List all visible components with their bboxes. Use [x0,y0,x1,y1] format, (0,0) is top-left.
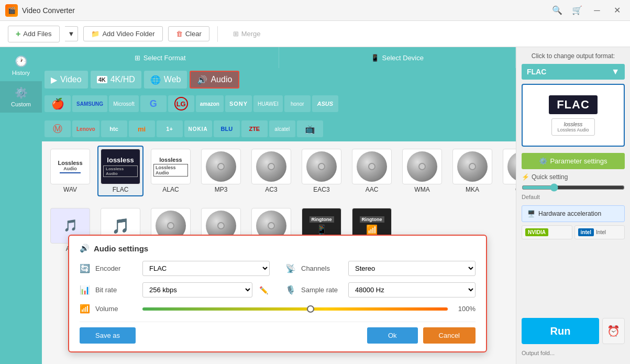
lossless-audio-label: Lossless Audio [557,127,589,133]
volume-row: 📶 Volume 100% [80,304,476,314]
clear-button[interactable]: 🗑 Clear [168,26,209,41]
format-wav[interactable]: Lossless Audio WAV [47,146,93,196]
bitrate-row: 📊 Bit rate 256 kbps ✏️ [80,282,270,297]
brand-oneplus[interactable]: 1+ [157,120,183,137]
brand-bar-1: 🍎 SAMSUNG Microsoft G LG amazon SONY HUA… [42,91,516,116]
channels-icon: 📡 [285,263,296,273]
alarm-button[interactable]: ⏰ [602,318,625,344]
close-button[interactable]: ✕ [609,5,625,16]
brand-asus[interactable]: ASUS [312,95,338,112]
merge-button[interactable]: ⊞ Merge [226,27,268,41]
toolbar: + Add Files ▼ 📁 Add Video Folder 🗑 Clear… [0,21,630,47]
side-nav: 🕐 History ⚙️ Custom [0,47,42,364]
volume-track [142,307,448,311]
cancel-button[interactable]: Cancel [423,327,476,344]
format-wma[interactable]: WMA [399,146,445,196]
format-ac3[interactable]: AC3 [248,146,294,196]
video-play-icon: ▶ [51,75,57,85]
ac3-disc-icon [256,151,286,182]
nvidia-chip[interactable]: NVIDIA [522,225,572,239]
format-ogg[interactable]: OGG [500,146,516,196]
format-mka[interactable]: MKA [449,146,495,196]
brand-honor[interactable]: honor [284,95,311,112]
wma-disc-icon [407,151,437,182]
hw-chips-row: NVIDIA intel Intel [522,225,625,239]
audio-type-tab[interactable]: 🔊 Audio [190,71,239,89]
brand-huawei[interactable]: HUAWEI [253,95,283,112]
parameter-settings-button[interactable]: ⚙️ Parameter settings [522,153,625,169]
eac3-disc-icon [306,151,337,182]
save-as-button[interactable]: Save as [80,327,136,344]
flac-preview-box: FLAC lossless Lossless Audio [522,84,625,147]
brand-apple[interactable]: 🍎 [45,95,71,112]
search-button[interactable]: 🔍 [549,5,565,16]
brand-htc[interactable]: htc [101,120,127,137]
run-button[interactable]: Run [522,318,599,344]
brand-lenovo[interactable]: Lenovo [72,120,100,137]
format-aac[interactable]: AAC [349,146,395,196]
hd-icon: 4K [97,76,107,83]
trash-icon: 🗑 [176,30,183,38]
format-device-tabs: ⊞ Select Format 📱 Select Device [42,47,516,68]
channels-select[interactable]: Stereo [348,261,476,276]
output-folder: Output fold... [522,347,625,359]
brand-nokia[interactable]: NOKIA [184,120,212,137]
ok-button[interactable]: Ok [367,327,418,344]
hd-type-tab[interactable]: 4K 4K/HD [91,71,141,89]
brand-samsung[interactable]: SAMSUNG [72,95,107,112]
cart-button[interactable]: 🛒 [569,5,585,16]
format-alac[interactable]: lossless Lossless Audio ALAC [148,146,194,196]
brand-google[interactable]: G [140,95,167,112]
app-icon: 🎬 [5,4,18,17]
brand-tv[interactable]: 📺 [297,120,323,137]
brand-mi[interactable]: mi [129,120,155,137]
brand-lg[interactable]: LG [168,95,194,112]
format-row-1: Lossless Audio WAV lossless Lossless Aud… [42,141,516,201]
custom-nav-item[interactable]: ⚙️ Custom [0,81,42,113]
video-type-tab[interactable]: ▶ Video [45,71,88,89]
select-format-tab[interactable]: ⊞ Select Format [42,47,279,68]
format-eac3[interactable]: EAC3 [299,146,345,196]
add-files-button[interactable]: + Add Files [8,26,60,42]
nvidia-badge: NVIDIA [525,228,548,236]
chevron-down-icon: ▼ [611,67,620,76]
format-mp3[interactable]: MP3 [198,146,244,196]
web-type-tab[interactable]: 🌐 Web [144,71,187,89]
output-format-label: Click to change output format: [522,52,625,60]
lossless-label: lossless [564,122,583,127]
add-files-dropdown[interactable]: ▼ [65,26,79,41]
brand-sony[interactable]: SONY [225,95,252,112]
brand-blu[interactable]: BLU [214,120,240,137]
mp3-disc-icon [206,151,236,182]
encoder-icon: 🔄 [80,263,90,273]
bitrate-edit-button[interactable]: ✏️ [258,284,270,296]
ogg-disc-icon [507,151,516,182]
volume-icon: 📶 [80,304,90,314]
brand-alcatel[interactable]: alcatel [269,120,295,137]
bitrate-select[interactable]: 256 kbps [142,282,252,297]
encoder-select[interactable]: FLAC [142,261,270,276]
minimize-button[interactable]: ─ [589,5,605,16]
format-selector-dropdown[interactable]: FLAC ▼ [522,64,625,80]
intel-chip[interactable]: intel Intel [574,225,625,239]
history-nav-item[interactable]: 🕐 History [0,50,42,81]
select-device-tab[interactable]: 📱 Select Device [279,47,516,68]
brand-microsoft[interactable]: Microsoft [109,95,139,112]
audio-settings-icon: 🔊 [80,244,90,253]
channels-row: 📡 Channels Stereo [285,261,476,276]
format-flac[interactable]: lossless Lossless Audio FLAC [97,146,143,196]
right-panel: Click to change output format: FLAC ▼ FL… [516,47,630,364]
settings-footer: Save as Ok Cancel [80,322,476,344]
flac-title: FLAC [549,95,598,114]
volume-thumb[interactable] [307,305,314,313]
hardware-acceleration-button[interactable]: 🖥️ Hardware acceleration [522,205,625,222]
brand-motorola[interactable]: Ⓜ [45,120,71,137]
brand-amazon[interactable]: amazon [196,95,224,112]
add-video-folder-button[interactable]: 📁 Add Video Folder [83,26,162,41]
plus-icon: + [16,29,20,39]
bitrate-icon: 📊 [80,285,90,295]
brand-zte[interactable]: ZTE [241,120,268,137]
sample-rate-select[interactable]: 48000 Hz [348,282,476,297]
quick-setting-slider[interactable] [522,183,625,192]
settings-icon: ⚙️ [539,157,547,165]
